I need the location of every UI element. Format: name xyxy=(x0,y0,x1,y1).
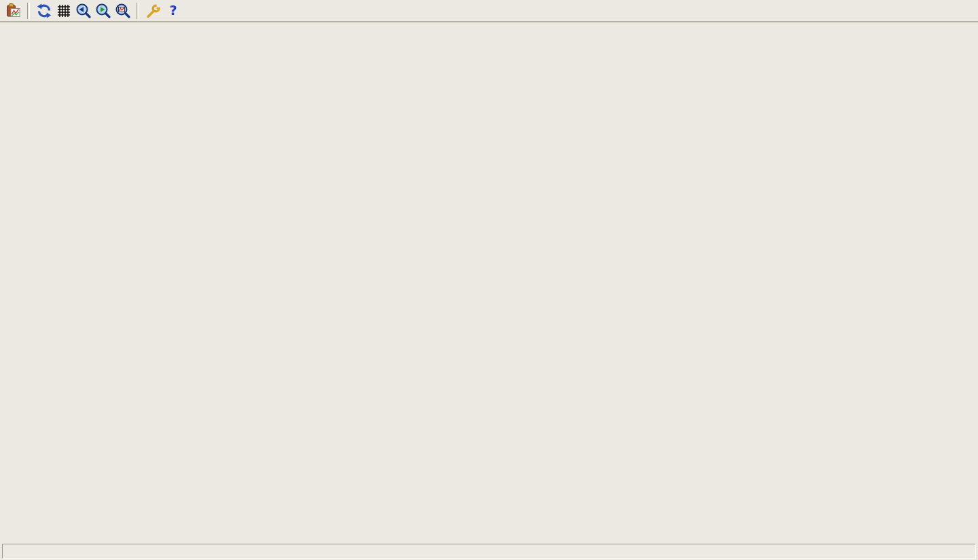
wrench-icon xyxy=(145,3,162,19)
zoom-previous-button[interactable] xyxy=(74,1,92,20)
bottom-strip xyxy=(0,542,978,560)
grid-icon xyxy=(56,3,72,19)
toolbar-separator xyxy=(137,3,139,19)
legend-item xyxy=(871,351,912,362)
toolbar-separator xyxy=(27,3,30,19)
magnifier-right-arrow-icon xyxy=(95,3,111,19)
status-bar xyxy=(2,544,976,559)
legend-correlation xyxy=(871,351,912,374)
legend-item xyxy=(871,362,912,374)
configure-button[interactable] xyxy=(144,1,162,20)
legend-line-sample xyxy=(878,148,912,149)
clipboard-chart-icon xyxy=(5,3,22,19)
question-mark-icon: ? xyxy=(165,3,181,19)
toolbar: ? xyxy=(0,0,978,22)
help-button[interactable]: ? xyxy=(164,1,182,20)
plot-canvas[interactable] xyxy=(0,0,978,560)
copy-plot-button[interactable] xyxy=(4,1,22,20)
zoom-next-button[interactable] xyxy=(94,1,112,20)
legend-line-sample xyxy=(878,356,912,358)
autoscale-button[interactable] xyxy=(113,1,132,20)
legend-item xyxy=(871,154,912,166)
refresh-icon xyxy=(36,3,52,19)
legend-item xyxy=(871,143,912,154)
legend-line-sample xyxy=(878,368,912,369)
magnifier-left-arrow-icon xyxy=(75,3,92,19)
toggle-grid-button[interactable] xyxy=(54,1,73,20)
replot-button[interactable] xyxy=(35,1,53,20)
gnuplot-window: ? xyxy=(0,0,978,560)
magnifier-plot-icon xyxy=(115,3,131,19)
legend-line-sample xyxy=(878,160,912,161)
svg-text:?: ? xyxy=(169,3,177,18)
legend-echo xyxy=(871,143,912,166)
